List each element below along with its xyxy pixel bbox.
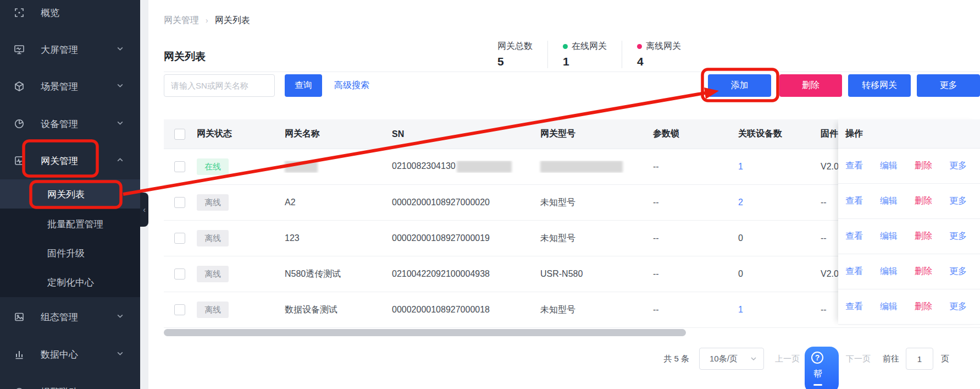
col-header-status: 网关状态 bbox=[191, 128, 279, 140]
gateway-icon bbox=[14, 155, 25, 166]
chart-icon bbox=[14, 349, 25, 360]
cell-sn: 00002000108927000019 bbox=[386, 233, 535, 243]
row-checkbox[interactable] bbox=[174, 233, 185, 244]
col-header-actions: 操作 bbox=[838, 119, 980, 149]
sidebar-subitem-label: 固件升级 bbox=[47, 246, 85, 259]
sidebar-subitem-1[interactable]: 批量配置管理 bbox=[0, 209, 140, 238]
sidebar-item-3[interactable]: 设备管理 bbox=[0, 111, 140, 136]
sidebar-subitem-3[interactable]: 定制化中心 bbox=[0, 267, 140, 297]
cell-name: N580透传测试 bbox=[279, 269, 386, 280]
more-button[interactable]: 更多 bbox=[917, 74, 980, 97]
sidebar-subitem-2[interactable]: 固件升级 bbox=[0, 238, 140, 267]
horizontal-scrollbar-thumb[interactable] bbox=[164, 329, 686, 336]
sidebar-item-7[interactable]: 报警联动 bbox=[0, 379, 140, 389]
delete-action-link[interactable]: 删除 bbox=[915, 195, 932, 207]
row-checkbox[interactable] bbox=[174, 304, 185, 315]
sidebar-collapse-handle[interactable]: ‹ bbox=[140, 193, 148, 227]
view-action-link[interactable]: 查看 bbox=[845, 301, 863, 313]
goto-page-input[interactable] bbox=[906, 348, 933, 370]
status-badge: 离线 bbox=[197, 302, 229, 318]
actions-row-1: 查看编辑删除更多 bbox=[838, 184, 980, 219]
edit-action-link[interactable]: 编辑 bbox=[880, 266, 898, 277]
more-action-link[interactable]: 更多 bbox=[949, 301, 967, 313]
edit-action-link[interactable]: 编辑 bbox=[880, 195, 898, 207]
col-header-param-lock: 参数锁 bbox=[647, 128, 733, 140]
cell-model: 未知型号 bbox=[535, 304, 647, 316]
cell-param-lock: -- bbox=[647, 162, 733, 172]
stat-label: 网关总数 bbox=[497, 41, 533, 52]
next-page-button[interactable]: 下一页 bbox=[846, 354, 871, 364]
prev-page-button[interactable]: 上一页 bbox=[775, 354, 800, 364]
edit-action-link[interactable]: 编辑 bbox=[880, 231, 898, 242]
breadcrumb-parent[interactable]: 网关管理 bbox=[164, 15, 199, 25]
sidebar-item-2[interactable]: 场景管理 bbox=[0, 74, 140, 99]
transfer-gateway-button[interactable]: 转移网关 bbox=[848, 74, 911, 97]
sidebar-subitem-0[interactable]: 网关列表 bbox=[0, 179, 140, 209]
delete-action-link[interactable]: 删除 bbox=[915, 266, 932, 277]
main-content: 网关管理›网关列表 网关列表 网关总数5在线网关1离线网关4 查询 高级搜索 添… bbox=[148, 0, 980, 389]
sidebar-item-label: 设备管理 bbox=[41, 118, 78, 130]
cell-devices-count: 0 bbox=[738, 269, 743, 278]
delete-action-link[interactable]: 删除 bbox=[915, 231, 932, 242]
dashboard-icon bbox=[14, 7, 25, 18]
row-checkbox[interactable] bbox=[174, 269, 185, 280]
stat-value: 4 bbox=[637, 55, 681, 68]
help-widget[interactable]: ? 帮 bbox=[805, 347, 839, 389]
sidebar-item-1[interactable]: 大屏管理 bbox=[0, 37, 140, 62]
delete-button[interactable]: 删除 bbox=[779, 74, 842, 97]
select-all-checkbox[interactable] bbox=[174, 129, 185, 140]
chevron-up-icon bbox=[117, 155, 124, 166]
status-dot-icon bbox=[637, 44, 642, 49]
sidebar-item-label: 大屏管理 bbox=[41, 43, 78, 56]
advanced-search-link[interactable]: 高级搜索 bbox=[334, 80, 369, 91]
cell-model bbox=[535, 161, 647, 173]
sidebar-item-0[interactable]: 概览 bbox=[0, 0, 140, 25]
cell-param-lock: -- bbox=[647, 269, 733, 279]
screen-icon bbox=[14, 44, 25, 55]
col-header-model: 网关型号 bbox=[535, 128, 647, 140]
cell-devices-count[interactable]: 1 bbox=[738, 162, 743, 171]
edit-action-link[interactable]: 编辑 bbox=[880, 160, 898, 172]
edit-action-link[interactable]: 编辑 bbox=[880, 301, 898, 313]
cell-param-lock: -- bbox=[647, 233, 733, 243]
sidebar-item-6[interactable]: 数据中心 bbox=[0, 342, 140, 367]
chevron-down-icon bbox=[117, 44, 124, 55]
sidebar-item-5[interactable]: 组态管理 bbox=[0, 304, 140, 330]
redacted-name bbox=[285, 161, 318, 173]
cell-devices-count[interactable]: 2 bbox=[738, 198, 743, 207]
cell-devices-count: 0 bbox=[738, 233, 743, 243]
more-action-link[interactable]: 更多 bbox=[949, 231, 967, 242]
view-action-link[interactable]: 查看 bbox=[845, 195, 863, 207]
add-button[interactable]: 添加 bbox=[708, 74, 771, 97]
sidebar-subitem-label: 网关列表 bbox=[47, 188, 85, 200]
delete-action-link[interactable]: 删除 bbox=[915, 301, 932, 313]
status-badge: 在线 bbox=[197, 158, 229, 175]
actions-row-2: 查看编辑删除更多 bbox=[838, 219, 980, 254]
view-action-link[interactable]: 查看 bbox=[845, 160, 863, 172]
delete-action-link[interactable]: 删除 bbox=[915, 160, 932, 172]
cell-model: 未知型号 bbox=[535, 197, 647, 209]
cube-icon bbox=[14, 81, 25, 92]
more-action-link[interactable]: 更多 bbox=[949, 195, 967, 207]
view-action-link[interactable]: 查看 bbox=[845, 266, 863, 277]
view-action-link[interactable]: 查看 bbox=[845, 231, 863, 242]
cell-devices-count[interactable]: 1 bbox=[738, 305, 743, 314]
gateway-management-app: 概览大屏管理场景管理设备管理网关管理组态管理数据中心报警联动网关列表批量配置管理… bbox=[0, 0, 980, 389]
row-checkbox[interactable] bbox=[174, 197, 185, 208]
page-size-select[interactable]: 10条/页 bbox=[699, 348, 764, 370]
more-action-link[interactable]: 更多 bbox=[949, 266, 967, 277]
search-input[interactable] bbox=[164, 74, 275, 97]
stat-2: 离线网关4 bbox=[622, 41, 696, 68]
cell-name: A2 bbox=[279, 198, 386, 207]
query-button[interactable]: 查询 bbox=[285, 74, 322, 97]
col-header-sn: SN bbox=[386, 129, 535, 139]
chevron-down-icon bbox=[117, 349, 124, 360]
sidebar-item-label: 网关管理 bbox=[41, 155, 78, 167]
row-checkbox[interactable] bbox=[174, 161, 185, 172]
sidebar-item-label: 场景管理 bbox=[41, 80, 78, 93]
stat-value: 5 bbox=[497, 55, 533, 68]
actions-row-3: 查看编辑删除更多 bbox=[838, 254, 980, 289]
more-action-link[interactable]: 更多 bbox=[949, 160, 967, 172]
sidebar-item-4[interactable]: 网关管理 bbox=[0, 148, 140, 173]
cell-param-lock: -- bbox=[647, 198, 733, 207]
